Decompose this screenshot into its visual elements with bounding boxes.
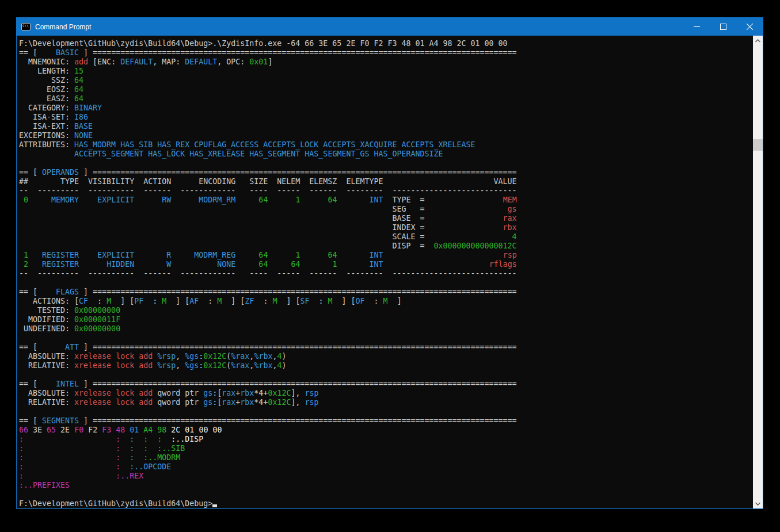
- terminal-line: SCALE = 4: [19, 232, 753, 242]
- terminal-line: [19, 490, 753, 499]
- command-prompt-window: C:\ Command Prompt F:\Development\GitHub…: [16, 17, 763, 509]
- terminal-line: ISA-EXT: BASE: [19, 122, 753, 131]
- maximize-icon: [720, 24, 726, 30]
- terminal-line: DISP = 0x000000000000012C: [19, 242, 753, 251]
- terminal-line: ATTRIBUTES: HAS_MODRM HAS_SIB HAS_REX CP…: [19, 140, 753, 150]
- window-title: Command Prompt: [35, 23, 91, 31]
- terminal-line: == [ BASIC ] ===========================…: [19, 48, 753, 58]
- terminal-line: 2 REGISTER HIDDEN W NONE 64 64 1 INT rfl…: [19, 260, 753, 269]
- chevron-down-icon: [755, 502, 760, 506]
- close-button[interactable]: [736, 18, 763, 36]
- terminal-line: SEG = gs: [19, 205, 753, 214]
- terminal-line: : : :..OPCODE: [19, 462, 753, 472]
- terminal-line: CATEGORY: BINARY: [19, 104, 753, 113]
- scrollbar[interactable]: [753, 36, 763, 508]
- minimize-icon: [694, 26, 700, 27]
- terminal-line: EOSZ: 64: [19, 85, 753, 94]
- terminal-line: F:\Development\GitHub\zydis\Build64\Debu…: [19, 39, 753, 48]
- terminal-line: UNDEFINED: 0x00000000: [19, 324, 753, 334]
- minimize-button[interactable]: [683, 18, 710, 36]
- terminal-line: : : : :..MODRM: [19, 453, 753, 462]
- terminal-output[interactable]: F:\Development\GitHub\zydis\Build64\Debu…: [17, 36, 753, 508]
- terminal-line: : : : : : :..DISP: [19, 435, 753, 444]
- terminal-line: [19, 278, 753, 288]
- terminal-line: SSZ: 64: [19, 76, 753, 85]
- terminal-line: TESTED: 0x00000000: [19, 306, 753, 315]
- terminal-line: [19, 334, 753, 343]
- terminal-line: LENGTH: 15: [19, 67, 753, 76]
- terminal-line: : : : : :..SIB: [19, 444, 753, 453]
- terminal-line: ABSOLUTE: xrelease lock add %rsp, %gs:0x…: [19, 352, 753, 361]
- terminal-line: ACCEPTS_SEGMENT HAS_LOCK HAS_XRELEASE HA…: [19, 150, 753, 159]
- terminal-line: 1 REGISTER EXPLICIT R MODRM_REG 64 1 64 …: [19, 251, 753, 260]
- terminal-line: == [ ATT ] =============================…: [19, 343, 753, 352]
- terminal-line: RELATIVE: xrelease lock add qword ptr gs…: [19, 398, 753, 407]
- console-area: F:\Development\GitHub\zydis\Build64\Debu…: [17, 36, 763, 508]
- terminal-line: == [ FLAGS ] ===========================…: [19, 288, 753, 297]
- scrollbar-thumb[interactable]: [753, 139, 763, 151]
- terminal-line: MODIFIED: 0x0000011F: [19, 315, 753, 324]
- terminal-line: BASE = rax: [19, 214, 753, 223]
- close-icon: [746, 23, 754, 30]
- terminal-line: == [ OPERANDS ] ========================…: [19, 168, 753, 177]
- terminal-line: == [ SEGMENTS ] ========================…: [19, 416, 753, 426]
- terminal-line: INDEX = rbx: [19, 223, 753, 232]
- terminal-line: 66 3E 65 2E F0 F2 F3 48 01 A4 98 2C 01 0…: [19, 426, 753, 435]
- terminal-line: RELATIVE: xrelease lock add %rsp, %gs:0x…: [19, 361, 753, 370]
- window-controls: [683, 18, 763, 36]
- scrollbar-up-button[interactable]: [753, 36, 763, 45]
- terminal-line: EASZ: 64: [19, 94, 753, 104]
- terminal-line: [19, 159, 753, 168]
- cmd-icon[interactable]: C:\: [21, 23, 31, 30]
- terminal-line: [19, 370, 753, 380]
- maximize-button[interactable]: [710, 18, 736, 36]
- terminal-line: ## TYPE VISIBILITY ACTION ENCODING SIZE …: [19, 177, 753, 186]
- scrollbar-down-button[interactable]: [753, 499, 763, 508]
- terminal-line: 0 MEMORY EXPLICIT RW MODRM_RM 64 1 64 IN…: [19, 196, 753, 205]
- terminal-line: EXCEPTIONS: NONE: [19, 131, 753, 140]
- terminal-line: :..PREFIXES: [19, 481, 753, 490]
- terminal-line: -- --------- ---------- ------ ---------…: [19, 269, 753, 278]
- terminal-cursor: [212, 504, 217, 507]
- terminal-line: -- --------- ---------- ------ ---------…: [19, 186, 753, 196]
- title-bar[interactable]: C:\ Command Prompt: [17, 18, 763, 36]
- terminal-line: ISA-SET: I86: [19, 113, 753, 122]
- terminal-line: : :..REX: [19, 472, 753, 481]
- terminal-line: F:\Development\GitHub\zydis\Build64\Debu…: [19, 499, 753, 508]
- terminal-line: [19, 407, 753, 416]
- terminal-line: ABSOLUTE: xrelease lock add qword ptr gs…: [19, 389, 753, 398]
- chevron-up-icon: [755, 39, 760, 43]
- terminal-line: MNEMONIC: add [ENC: DEFAULT, MAP: DEFAUL…: [19, 58, 753, 67]
- terminal-line: ACTIONS: [CF : M ] [PF : M ] [AF : M ] […: [19, 297, 753, 306]
- terminal-line: == [ INTEL ] ===========================…: [19, 380, 753, 389]
